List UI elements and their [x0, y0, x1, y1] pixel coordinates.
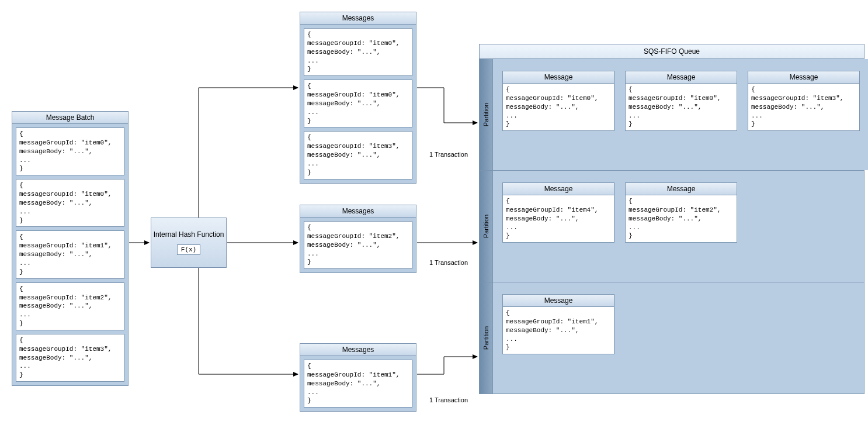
group-message-item: { messageGroupId: "item1", messageBody: … — [304, 360, 412, 408]
sqs-fifo-queue-title: SQS-FIFO Queue — [480, 44, 864, 59]
messages-group-title: Messages — [300, 205, 416, 218]
partition-row-1: Partition Message { messageGroupId: "ite… — [480, 170, 864, 282]
queue-message-title: Message — [626, 71, 737, 84]
message-batch-title: Message Batch — [12, 112, 128, 124]
hash-function-fx: F(x) — [177, 244, 200, 255]
queue-message: Message { messageGroupId: "item4", messa… — [502, 182, 614, 243]
partition-tab: Partition — [480, 59, 493, 170]
partition-row-2: Partition Message { messageGroupId: "ite… — [480, 282, 864, 394]
queue-message: Message { messageGroupId: "item2", messa… — [625, 182, 737, 243]
queue-message-title: Message — [626, 183, 737, 195]
hash-function-box: Internal Hash Function F(x) — [151, 218, 227, 268]
queue-message-title: Message — [503, 183, 614, 195]
transaction-label-0: 1 Transaction — [429, 151, 468, 158]
message-batch-item: { messageGroupId: "item3", messageBody: … — [16, 334, 124, 382]
partition-row-0: Partition Message { messageGroupId: "ite… — [480, 59, 864, 170]
partition-tab: Partition — [480, 171, 493, 282]
partition-label: Partition — [482, 215, 489, 238]
partition-tab: Partition — [480, 282, 493, 394]
queue-message-body: { messageGroupId: "item0", messageBody: … — [626, 84, 737, 130]
queue-message-body: { messageGroupId: "item2", messageBody: … — [626, 195, 737, 242]
group-message-item: { messageGroupId: "item2", messageBody: … — [304, 221, 412, 269]
queue-message-body: { messageGroupId: "item4", messageBody: … — [503, 195, 614, 242]
sqs-fifo-queue-container: SQS-FIFO Queue Partition Message { messa… — [479, 44, 864, 394]
partition-label: Partition — [482, 326, 489, 350]
queue-message: Message { messageGroupId: "item0", messa… — [502, 71, 614, 131]
hash-function-label: Internal Hash Function — [154, 230, 224, 239]
message-batch-item: { messageGroupId: "item1", messageBody: … — [16, 230, 124, 278]
queue-message: Message { messageGroupId: "item3", messa… — [748, 71, 860, 131]
partition-label: Partition — [482, 103, 489, 126]
messages-group-title: Messages — [300, 344, 416, 356]
queue-message-title: Message — [503, 71, 614, 84]
queue-message-title: Message — [503, 295, 614, 307]
transaction-label-2: 1 Transaction — [429, 396, 468, 403]
queue-message: Message { messageGroupId: "item1", messa… — [502, 294, 614, 354]
messages-group-1: Messages { messageGroupId: "item2", mess… — [300, 205, 416, 273]
transaction-label-1: 1 Transaction — [429, 259, 468, 266]
queue-message-body: { messageGroupId: "item0", messageBody: … — [503, 84, 614, 130]
message-batch-container: Message Batch { messageGroupId: "item0",… — [12, 111, 129, 386]
message-batch-item: { messageGroupId: "item0", messageBody: … — [16, 179, 124, 227]
group-message-item: { messageGroupId: "item0", messageBody: … — [304, 28, 412, 76]
messages-group-0: Messages { messageGroupId: "item0", mess… — [300, 12, 416, 184]
group-message-item: { messageGroupId: "item3", messageBody: … — [304, 131, 412, 179]
queue-message-body: { messageGroupId: "item1", messageBody: … — [503, 307, 614, 354]
message-batch-item: { messageGroupId: "item0", messageBody: … — [16, 127, 124, 175]
messages-group-2: Messages { messageGroupId: "item1", mess… — [300, 343, 416, 412]
queue-message-body: { messageGroupId: "item3", messageBody: … — [748, 84, 859, 130]
messages-group-title: Messages — [300, 12, 416, 25]
queue-message: Message { messageGroupId: "item0", messa… — [625, 71, 737, 131]
message-batch-item: { messageGroupId: "item2", messageBody: … — [16, 282, 124, 330]
group-message-item: { messageGroupId: "item0", messageBody: … — [304, 80, 412, 127]
queue-message-title: Message — [748, 71, 859, 84]
